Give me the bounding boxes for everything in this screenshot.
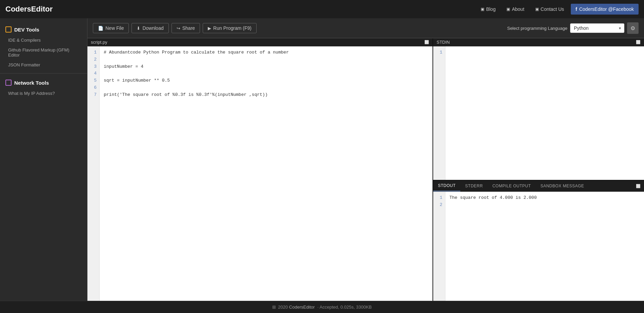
main-container: DEV Tools IDE & Compilers Github Flavore… bbox=[0, 18, 644, 301]
share-button[interactable]: ↪ Share bbox=[172, 23, 200, 33]
footer-status: · Accepted, 0.025s, 3300KB bbox=[316, 305, 372, 310]
code-line-numbers: 1 2 3 4 5 6 7 bbox=[87, 46, 100, 301]
footer-year: 2020 bbox=[278, 305, 288, 310]
footer: ⊞ 2020 CodersEditor · Accepted, 0.025s, … bbox=[0, 301, 644, 313]
app-logo: CodersEditor bbox=[5, 5, 53, 14]
tab-stdout[interactable]: STDOUT bbox=[433, 181, 460, 191]
share-icon: ↪ bbox=[177, 26, 180, 31]
stdin-input[interactable] bbox=[445, 46, 644, 180]
footer-brand: CodersEditor bbox=[289, 305, 315, 310]
top-nav: CodersEditor ▣ Blog ▣ About ▣ Contact Us… bbox=[0, 0, 644, 18]
stdin-content: 1 bbox=[433, 46, 644, 180]
tab-stderr[interactable]: STDERR bbox=[460, 181, 487, 191]
dev-tools-icon bbox=[5, 26, 12, 33]
sidebar-divider bbox=[0, 73, 87, 74]
expand-output-icon[interactable]: ⬜ bbox=[632, 181, 644, 191]
sidebar-section-network: Network Tools bbox=[0, 77, 87, 88]
about-icon: ▣ bbox=[506, 7, 510, 12]
blog-icon: ▣ bbox=[481, 7, 484, 12]
code-panel-header: script.py ⬜ bbox=[87, 38, 432, 46]
nav-links: ▣ Blog ▣ About ▣ Contact Us f CodersEdit… bbox=[477, 4, 639, 15]
code-editor[interactable]: 1 2 3 4 5 6 7 # Abundantcode Python Prog… bbox=[87, 46, 432, 301]
output-line-numbers: 1 2 bbox=[433, 192, 445, 301]
content-area: 📄 New File ⬇ Download ↪ Share ▶ Run Prog… bbox=[87, 18, 644, 301]
sidebar-item-ide[interactable]: IDE & Compilers bbox=[0, 35, 87, 45]
facebook-icon: f bbox=[576, 6, 577, 12]
facebook-button[interactable]: f CodersEditor @Facebook bbox=[571, 4, 639, 15]
blog-link[interactable]: ▣ Blog bbox=[477, 4, 500, 14]
editor-container: script.py ⬜ 1 2 3 4 5 6 7 # Abundantcode… bbox=[87, 38, 644, 301]
output-tabs: STDOUT STDERR COMPILE OUTPUT SANDBOX MES… bbox=[433, 181, 644, 192]
run-button[interactable]: ▶ Run Program (F9) bbox=[203, 23, 257, 33]
stdin-header: STDIN ⬜ bbox=[433, 38, 644, 46]
sidebar-item-ip[interactable]: What is My IP Address? bbox=[0, 88, 87, 98]
download-button[interactable]: ⬇ Download bbox=[132, 23, 168, 33]
lang-select-wrapper: Python C C++ Java JavaScript PHP Ruby Go… bbox=[570, 23, 624, 33]
lang-select[interactable]: Python C C++ Java JavaScript PHP Ruby Go… bbox=[570, 23, 624, 33]
network-tools-icon bbox=[5, 80, 12, 86]
contact-link[interactable]: ▣ Contact Us bbox=[531, 4, 568, 14]
new-file-button[interactable]: 📄 New File bbox=[93, 23, 129, 33]
settings-button[interactable]: ⚙ bbox=[627, 22, 639, 34]
expand-code-icon[interactable]: ⬜ bbox=[424, 40, 429, 44]
settings-icon: ⚙ bbox=[630, 25, 635, 32]
filename-label: script.py bbox=[91, 40, 107, 45]
toolbar: 📄 New File ⬇ Download ↪ Share ▶ Run Prog… bbox=[87, 18, 644, 38]
sidebar-item-json[interactable]: JSON Formatter bbox=[0, 60, 87, 70]
code-content[interactable]: # Abundantcode Python Program to calcula… bbox=[100, 46, 432, 301]
output-text: The square root of 4.000 is 2.000 bbox=[445, 192, 541, 301]
stdin-label: STDIN bbox=[437, 40, 450, 45]
expand-stdin-icon[interactable]: ⬜ bbox=[636, 40, 641, 44]
sidebar-section-dev: DEV Tools bbox=[0, 24, 87, 35]
sidebar: DEV Tools IDE & Compilers Github Flavore… bbox=[0, 18, 87, 301]
stdin-panel: STDIN ⬜ 1 bbox=[433, 38, 644, 181]
stdin-line-numbers: 1 bbox=[433, 46, 445, 180]
code-panel: script.py ⬜ 1 2 3 4 5 6 7 # Abundantcode… bbox=[87, 38, 433, 301]
tab-sandbox[interactable]: SANDBOX MESSAGE bbox=[536, 181, 589, 191]
new-file-icon: 📄 bbox=[98, 26, 103, 31]
sidebar-item-gfm[interactable]: Github Flavored Markup (GFM) Editor bbox=[0, 45, 87, 60]
output-content: 1 2 The square root of 4.000 is 2.000 bbox=[433, 192, 644, 301]
about-link[interactable]: ▣ About bbox=[502, 4, 528, 14]
run-icon: ▶ bbox=[208, 26, 211, 31]
right-panel: STDIN ⬜ 1 STDOUT STDERR COMPILE OUTPUT S… bbox=[433, 38, 644, 301]
footer-icon: ⊞ bbox=[272, 305, 276, 310]
download-icon: ⬇ bbox=[137, 26, 140, 31]
contact-icon: ▣ bbox=[535, 7, 539, 12]
output-panel: STDOUT STDERR COMPILE OUTPUT SANDBOX MES… bbox=[433, 181, 644, 301]
lang-select-area: Select programming Language Python C C++… bbox=[507, 22, 639, 34]
tab-compile[interactable]: COMPILE OUTPUT bbox=[488, 181, 536, 191]
